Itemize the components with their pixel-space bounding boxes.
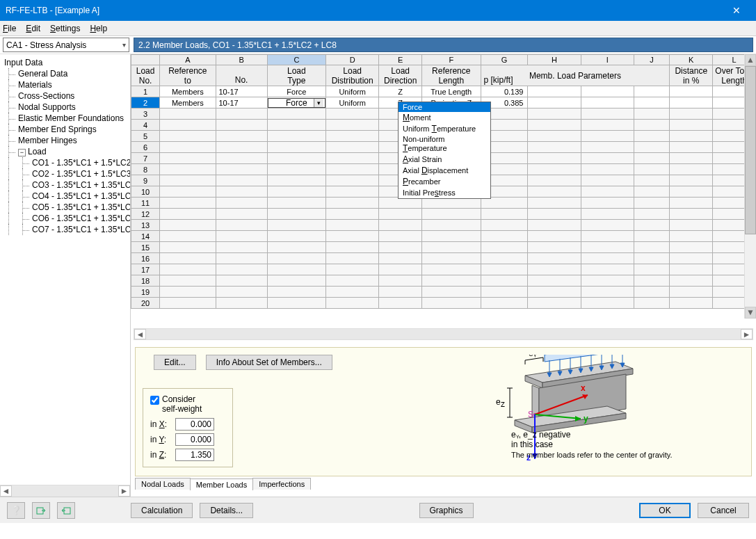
- table-row[interactable]: 19: [131, 287, 756, 298]
- col-D[interactable]: D: [326, 55, 379, 65]
- tree-co3[interactable]: CO3 - 1.35*LC1 + 1.35*LC: [1, 179, 129, 191]
- menu-edit[interactable]: Edit: [26, 24, 40, 33]
- opt-prestress[interactable]: Initial Prestress: [399, 187, 490, 198]
- scroll-up-icon[interactable]: ▲: [745, 54, 756, 66]
- opt-axial-strain[interactable]: Axial Strain: [399, 154, 490, 165]
- col-K[interactable]: K: [670, 55, 713, 65]
- hdr-reference: Referenceto: [160, 65, 216, 86]
- table-row[interactable]: 1 Members 10-17 Force Uniform Z True Len…: [131, 86, 756, 97]
- scroll-down-icon[interactable]: ▼: [745, 307, 756, 319]
- svg-text:z: z: [501, 399, 505, 409]
- corner-cell: [131, 55, 160, 65]
- menu-bar: File Edit Settings Help: [0, 21, 756, 36]
- tree-root[interactable]: Input Data: [1, 57, 129, 68]
- table-row[interactable]: 17: [131, 264, 756, 275]
- tree-hinges[interactable]: Member Hinges: [1, 135, 129, 146]
- tree-elastic-foundations[interactable]: Elastic Member Foundations: [1, 113, 129, 124]
- tree-co2[interactable]: CO2 - 1.35*LC1 + 1.5*LC3: [1, 168, 129, 179]
- menu-help[interactable]: Help: [90, 24, 107, 33]
- calculation-button[interactable]: Calculation: [131, 503, 193, 518]
- tree-co5[interactable]: CO5 - 1.35*LC1 + 1.35*LC: [1, 202, 129, 213]
- tree-end-springs[interactable]: Member End Springs: [1, 124, 129, 135]
- selfweight-box: Considerself-weight in X: in Y: in Z:: [143, 388, 233, 467]
- table-row[interactable]: 13: [131, 220, 756, 231]
- tree-co1[interactable]: CO1 - 1.35*LC1 + 1.5*LC2: [1, 157, 129, 168]
- tree-co7[interactable]: CO7 - 1.35*LC1 + 1.35*LC: [1, 224, 129, 235]
- details-button[interactable]: Details...: [200, 503, 253, 518]
- col-H[interactable]: H: [528, 55, 581, 65]
- tab-nodal-loads[interactable]: Nodal Loads: [135, 478, 191, 490]
- scroll-right-icon[interactable]: ►: [741, 329, 753, 339]
- col-B[interactable]: B: [216, 55, 267, 65]
- consider-selfweight-checkbox[interactable]: [150, 396, 159, 405]
- tree-co6[interactable]: CO6 - 1.35*LC1 + 1.35*LC: [1, 213, 129, 224]
- info-members-button[interactable]: Info About Set of Members...: [206, 355, 332, 370]
- analysis-combo[interactable]: CA1 - Stress Analysis: [3, 38, 129, 52]
- lower-panel: Edit... Info About Set of Members... Con…: [135, 347, 752, 476]
- expander-icon[interactable]: −: [18, 149, 26, 156]
- tree-co4[interactable]: CO4 - 1.35*LC1 + 1.35*LC: [1, 191, 129, 202]
- table-row[interactable]: 18: [131, 275, 756, 287]
- bottom-tabs: Nodal Loads Member Loads Imperfections: [135, 478, 752, 490]
- hdr-load-no: LoadNo.: [131, 65, 160, 86]
- col-A[interactable]: A: [160, 55, 216, 65]
- col-J[interactable]: J: [634, 55, 669, 65]
- scroll-left-icon[interactable]: ◄: [0, 485, 12, 497]
- menu-file[interactable]: File: [3, 24, 16, 33]
- cell-load-type-dropdown[interactable]: Force: [267, 97, 325, 108]
- svg-text:S: S: [528, 410, 533, 419]
- close-icon[interactable]: ✕: [723, 5, 750, 16]
- export-right-icon[interactable]: [57, 502, 75, 519]
- export-left-icon[interactable]: [32, 502, 50, 519]
- help-icon[interactable]: ❔: [7, 502, 25, 519]
- col-E[interactable]: E: [379, 55, 422, 65]
- opt-axial-disp[interactable]: Axial Displacement: [399, 165, 490, 176]
- svg-text:e: e: [496, 397, 501, 407]
- inz-input[interactable]: [175, 449, 214, 461]
- hdr-ref-length: ReferenceLength: [422, 65, 481, 86]
- hdr-load-type: LoadType: [267, 65, 325, 86]
- col-I[interactable]: I: [581, 55, 634, 65]
- svg-text:x: x: [581, 383, 586, 393]
- tree-cross-sections[interactable]: Cross-Sections: [1, 90, 129, 102]
- table-row[interactable]: 12: [131, 209, 756, 220]
- note-cog: The member loads refer to the center of …: [511, 451, 673, 459]
- edit-button[interactable]: Edit...: [154, 355, 196, 370]
- table-row[interactable]: 15: [131, 242, 756, 253]
- graphics-button[interactable]: Graphics: [419, 503, 474, 518]
- tree-nodal-supports[interactable]: Nodal Supports: [1, 102, 129, 113]
- label-inz: in Z:: [150, 450, 171, 460]
- table-row[interactable]: 14: [131, 231, 756, 242]
- opt-precamber[interactable]: Precamber: [399, 176, 490, 187]
- tree-materials[interactable]: Materials: [1, 79, 129, 90]
- cancel-button[interactable]: Cancel: [698, 503, 749, 518]
- table-row[interactable]: 16: [131, 253, 756, 264]
- grid-vscroll[interactable]: ▲ ▼: [744, 54, 756, 319]
- grid-hscroll[interactable]: ◄ ►: [134, 328, 753, 340]
- opt-uniform-temp[interactable]: Uniform Temperature: [399, 123, 490, 134]
- content-header: 2.2 Member Loads, CO1 - 1.35*LC1 + 1.5*L…: [134, 38, 753, 52]
- iny-input[interactable]: [175, 433, 214, 446]
- svg-text:y: y: [584, 414, 588, 424]
- hdr-distribution: LoadDistribution: [326, 65, 379, 86]
- table-row[interactable]: 20: [131, 298, 756, 309]
- menu-settings[interactable]: Settings: [50, 24, 80, 33]
- sidebar: Input Data General Data Materials Cross-…: [0, 54, 131, 497]
- scroll-left-icon[interactable]: ◄: [134, 329, 146, 339]
- opt-force[interactable]: Force: [399, 102, 490, 112]
- ok-button[interactable]: OK: [639, 503, 691, 518]
- tab-imperfections[interactable]: Imperfections: [252, 478, 311, 490]
- opt-moment[interactable]: Moment: [399, 112, 490, 123]
- col-G[interactable]: G: [481, 55, 528, 65]
- svg-text:eᵧ: eᵧ: [529, 355, 537, 358]
- col-C[interactable]: C: [267, 55, 325, 65]
- tree-general-data[interactable]: General Data: [1, 68, 129, 79]
- scroll-right-icon[interactable]: ►: [118, 485, 130, 497]
- tab-member-loads[interactable]: Member Loads: [190, 478, 253, 490]
- tree-load[interactable]: −Load: [1, 146, 129, 157]
- col-F[interactable]: F: [422, 55, 481, 65]
- load-type-dropdown[interactable]: Force Moment Uniform Temperature Non-uni…: [398, 102, 491, 199]
- opt-nonuniform-temp[interactable]: Non-uniform Temperature: [399, 134, 490, 154]
- inx-input[interactable]: [175, 418, 214, 431]
- sidebar-hscroll[interactable]: ◄ ►: [0, 485, 130, 497]
